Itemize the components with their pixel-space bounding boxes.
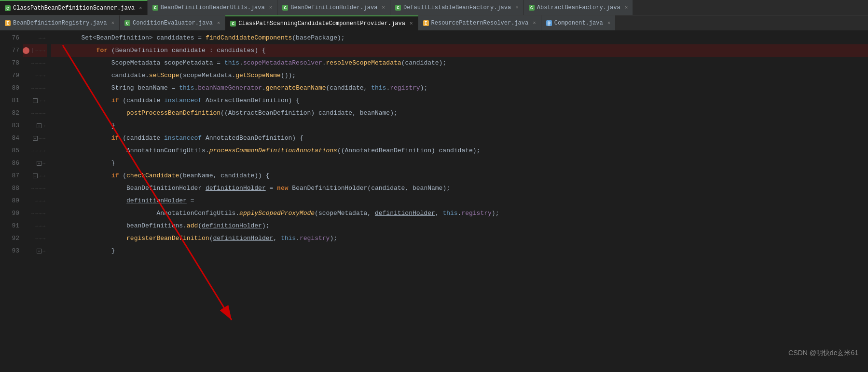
fold-87[interactable]: − (33, 173, 38, 178)
tab-close-r2-2[interactable]: × (217, 20, 220, 26)
code-line-90: AnnotationConfigUtils.applyScopedProxyMo… (51, 207, 868, 220)
tab-icon-blue-r2-5: @ (546, 20, 552, 26)
tab-close-r2-5[interactable]: × (607, 20, 611, 26)
tab-close-5[interactable]: × (625, 5, 628, 11)
breakpoint-77[interactable] (23, 47, 29, 54)
line-numbers: 76 77 78 79 80 81 82 83 84 85 86 87 88 8… (0, 31, 23, 372)
code-line-85: AnnotationConfigUtils.processCommonDefin… (51, 145, 868, 157)
tab-icon-orange-r2-4: I (423, 20, 429, 26)
tab-label-r2-5: Component.java (554, 20, 603, 27)
tab-component[interactable]: @ Component.java × (541, 15, 616, 31)
tab-icon-green4: c (395, 5, 401, 11)
fold-81[interactable]: − (33, 98, 38, 103)
tab-icon-green: c (5, 5, 11, 11)
tab-close-4[interactable]: × (515, 5, 519, 11)
watermark: CSDN @明快de玄米61 (788, 349, 858, 358)
tab-icon-green-r2-2: c (124, 20, 130, 26)
tab-close-r2-3[interactable]: × (410, 21, 413, 27)
tab-bar-row1: c ClassPathBeanDefinitionScanner.java × … (0, 0, 868, 15)
tab-icon-orange: I (5, 20, 11, 26)
tab-label4: DefaultListableBeanFactory.java (403, 4, 511, 11)
tab-label-r2-3: ClassPathScanningCandidateComponentProvi… (238, 20, 405, 27)
tab-beandefinitionholder[interactable]: c BeanDefinitionHolder.java × (277, 0, 390, 15)
fold-84[interactable]: − (33, 136, 38, 141)
tab-label-r2-2: ConditionEvaluator.java (133, 20, 213, 27)
code-line-91: beanDefinitions.add(definitionHolder); (51, 220, 868, 232)
code-line-93: } (51, 245, 868, 257)
code-line-77: for (BeanDefinition candidate : candidat… (51, 44, 868, 57)
tab-resourcepatternresolver[interactable]: I ResourcePatternResolver.java × (418, 15, 541, 31)
code-line-80: String beanName = this.beanNameGenerator… (51, 82, 868, 94)
tab-label5: AbstractBeanFactory.java (537, 4, 620, 11)
tab-beandefinitionregistry[interactable]: I BeanDefinitionRegistry.java × (0, 15, 120, 31)
tab-classpathscanning[interactable]: c ClassPathScanningCandidateComponentPro… (225, 15, 418, 31)
tab-label: ClassPathBeanDefinitionScanner.java (13, 5, 135, 12)
code-line-84: if (candidate instanceof AnnotatedBeanDe… (51, 132, 868, 145)
tab-close-1[interactable]: × (139, 5, 142, 11)
code-area: 76 77 78 79 80 81 82 83 84 85 86 87 88 8… (0, 31, 868, 372)
tab-close-r2-4[interactable]: × (533, 20, 536, 26)
code-content: Set<BeanDefinition> candidates = findCan… (47, 31, 868, 372)
tab-close-2[interactable]: × (269, 5, 273, 11)
tab-beandefinitionreaderutils[interactable]: c BeanDefinitionReaderUtils.java × (148, 0, 278, 15)
tab-close-3[interactable]: × (382, 5, 385, 11)
gutter: →→ | →→→ →→→→ →→→ →→→→ − →→ →→→→ + (23, 31, 47, 372)
fold-86[interactable]: + (37, 161, 41, 166)
tab-label3: BeanDefinitionHolder.java (290, 4, 377, 11)
code-line-76: Set<BeanDefinition> candidates = findCan… (51, 32, 868, 44)
code-line-88: BeanDefinitionHolder definitionHolder = … (51, 182, 868, 195)
tab-label-r2-4: ResourcePatternResolver.java (431, 20, 529, 27)
tab-icon-green2: c (152, 5, 158, 11)
code-line-81: if (candidate instanceof AbstractBeanDef… (51, 94, 868, 107)
code-line-92: registerBeanDefinition(definitionHolder,… (51, 232, 868, 245)
code-line-86: } (51, 157, 868, 170)
tab-icon-green3: c (282, 5, 288, 11)
tab-conditionevaluator[interactable]: c ConditionEvaluator.java × (120, 15, 225, 31)
tab-defaultlistablebean[interactable]: c DefaultListableBeanFactory.java × (390, 0, 524, 15)
code-line-78: ScopeMetadata scopeMetadata = this.scope… (51, 57, 868, 69)
fold-93[interactable]: + (37, 249, 41, 253)
tab-classpathbeandefinitionscanner[interactable]: c ClassPathBeanDefinitionScanner.java × (0, 0, 148, 15)
tab-bar-row2: I BeanDefinitionRegistry.java × c Condit… (0, 15, 868, 31)
code-line-89: definitionHolder = (51, 195, 868, 207)
tab-abstractbeanfactory[interactable]: c AbstractBeanFactory.java × (524, 0, 633, 15)
tab-label-r2-1: BeanDefinitionRegistry.java (13, 20, 107, 27)
tab-icon-green-r2-3: c (230, 21, 236, 27)
code-line-79: candidate.setScope(scopeMetadata.getScop… (51, 69, 868, 82)
tab-icon-green5: c (529, 5, 535, 11)
code-line-83: } (51, 120, 868, 132)
tab-label2: BeanDefinitionReaderUtils.java (161, 4, 265, 11)
fold-83[interactable]: + (37, 123, 41, 128)
code-line-87: if (checkCandidate(beanName, candidate))… (51, 170, 868, 182)
tab-close-r2-1[interactable]: × (111, 20, 114, 26)
code-line-82: postProcessBeanDefinition((AbstractBeanD… (51, 107, 868, 120)
